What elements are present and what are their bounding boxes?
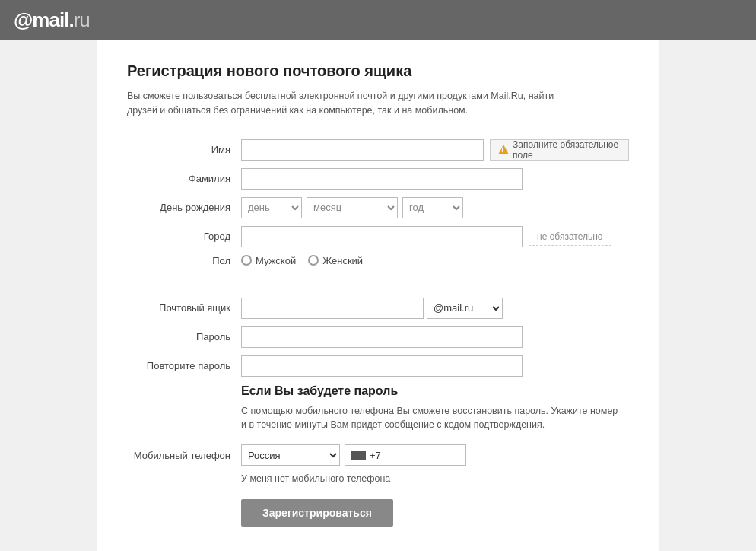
birthday-label: День рождения: [127, 202, 241, 213]
name-row: Имя Заполните обязательное поле: [127, 139, 629, 161]
name-input[interactable]: [241, 139, 484, 161]
gender-female-label: Женский: [322, 255, 363, 266]
no-phone-link[interactable]: У меня нет мобильного телефона: [241, 473, 629, 484]
city-row: Город не обязательно: [127, 226, 629, 247]
phone-row: Мобильный телефон Россия Украина Беларус…: [127, 444, 629, 466]
phone-prefix-text: +7: [370, 450, 381, 461]
gender-label: Пол: [127, 255, 241, 266]
password-label: Пароль: [127, 331, 241, 342]
gender-row: Пол Мужской Женский: [127, 255, 629, 266]
gender-male-label: Мужской: [256, 255, 296, 266]
phone-prefix-box: +7: [345, 444, 466, 466]
phone-label: Мобильный телефон: [127, 450, 241, 461]
surname-row: Фамилия: [127, 168, 629, 190]
surname-label: Фамилия: [127, 173, 241, 184]
day-select[interactable]: день 12345 678910 1112131415 1617181920 …: [241, 197, 302, 218]
email-label: Почтовый ящик: [127, 302, 241, 314]
gender-options: Мужской Женский: [241, 255, 363, 266]
radio-male-icon: [241, 255, 252, 266]
surname-input[interactable]: [241, 168, 523, 190]
validation-text: Заполните обязательное поле: [513, 139, 621, 161]
password-row: Пароль: [127, 326, 629, 348]
warning-icon: [498, 145, 509, 154]
gender-female-option[interactable]: Женский: [308, 255, 363, 266]
password-input[interactable]: [241, 326, 523, 348]
confirm-password-input[interactable]: [241, 355, 523, 377]
page-description: Вы сможете пользоваться бесплатной элект…: [127, 89, 568, 118]
main-content: Регистрация нового почтового ящика Вы см…: [97, 40, 659, 551]
month-select[interactable]: месяц ЯнварьФевральМартАпрель МайИюньИюл…: [307, 197, 398, 218]
email-domain-select[interactable]: @mail.ru @inbox.ru @list.ru @bk.ru: [427, 298, 503, 319]
name-validation-message: Заполните обязательное поле: [490, 139, 629, 161]
recovery-description: С помощью мобильного телефона Вы сможете…: [241, 404, 621, 433]
recovery-section: Если Вы забудете пароль С помощью мобиль…: [127, 384, 629, 433]
submit-button[interactable]: Зарегистрироваться: [241, 499, 393, 527]
phone-country-select[interactable]: Россия Украина Беларусь: [241, 444, 340, 466]
submit-row: Зарегистрироваться: [241, 499, 629, 527]
email-row: Почтовый ящик @mail.ru @inbox.ru @list.r…: [127, 298, 629, 319]
confirm-password-row: Повторите пароль: [127, 355, 629, 377]
confirm-password-label: Повторите пароль: [127, 360, 241, 371]
page-title: Регистрация нового почтового ящика: [127, 62, 629, 80]
gender-male-option[interactable]: Мужской: [241, 255, 296, 266]
city-input[interactable]: [241, 226, 523, 247]
birthday-selects: день 12345 678910 1112131415 1617181920 …: [241, 197, 463, 218]
recovery-title: Если Вы забудете пароль: [241, 384, 629, 398]
logo-mail: mail: [32, 8, 68, 31]
header: @mail.ru: [0, 0, 756, 40]
year-select[interactable]: год 2023202220212010 2000199019801970 19…: [402, 197, 463, 218]
email-input[interactable]: [241, 298, 424, 319]
city-label: Город: [127, 231, 241, 242]
birthday-row: День рождения день 12345 678910 11121314…: [127, 197, 629, 218]
name-label: Имя: [127, 144, 241, 155]
logo-at: @: [14, 8, 32, 31]
logo-ru: ru: [74, 8, 90, 31]
radio-female-icon: [308, 255, 319, 266]
optional-label: не обязательно: [529, 228, 611, 246]
phone-flag-icon: [351, 451, 366, 460]
form-divider: [127, 282, 629, 282]
logo: @mail.ru: [14, 8, 90, 32]
